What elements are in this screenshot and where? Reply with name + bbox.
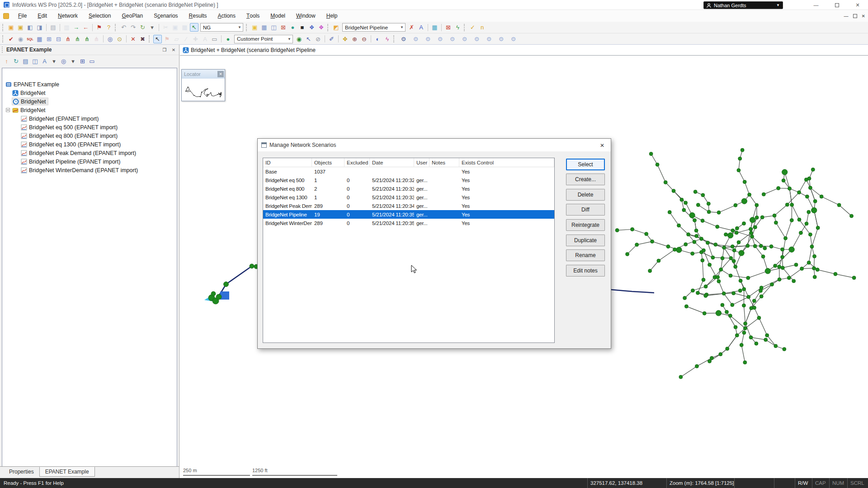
find-history-icon[interactable]: ⊙ bbox=[115, 35, 124, 43]
query-pointer-icon[interactable]: ↖ bbox=[304, 35, 313, 43]
paste-icon[interactable]: ▦ bbox=[180, 23, 189, 32]
gear-icon[interactable]: ⚙ bbox=[509, 35, 518, 43]
move-up-icon[interactable]: ↑ bbox=[2, 57, 11, 66]
scenario-row[interactable]: BridgeNet eq 800205/21/2024 11:20:33...g… bbox=[263, 184, 554, 193]
label-tool-icon[interactable]: A bbox=[201, 35, 209, 43]
scenario-list[interactable]: IDObjectsExcludedDateUserNotesExists Con… bbox=[263, 158, 555, 343]
layers-icon[interactable]: ⊞ bbox=[78, 57, 87, 66]
sort-icon[interactable]: A bbox=[40, 57, 49, 66]
theme-pink-icon[interactable]: ❖ bbox=[317, 23, 326, 32]
tree-item[interactable]: BridgeNet Pipeline (EPANET import) bbox=[2, 157, 177, 166]
scenario-row[interactable]: BridgeNet WinterDemand28905/21/2024 11:2… bbox=[263, 219, 554, 227]
select-line-icon[interactable]: ∕ bbox=[182, 35, 190, 43]
gear-icon[interactable]: ⚙ bbox=[399, 35, 408, 43]
column-header-exists-control[interactable]: Exists Control bbox=[459, 158, 554, 167]
globe-icon[interactable]: ● bbox=[288, 23, 297, 32]
select-polygon-icon[interactable]: ▱ bbox=[172, 35, 181, 43]
rename-scenario-icon[interactable]: A bbox=[417, 23, 425, 32]
copy-icon[interactable]: ▣ bbox=[171, 23, 179, 32]
rename-button[interactable]: Rename bbox=[566, 249, 605, 261]
edit-notes-button[interactable]: Edit notes bbox=[566, 265, 605, 277]
geoplan-tool-icon[interactable]: ↖ bbox=[190, 23, 198, 32]
object-type-combo[interactable]: Customer Point▼ bbox=[234, 35, 293, 43]
toolbar-grip[interactable] bbox=[149, 35, 151, 42]
gear-icon[interactable]: ⚙ bbox=[497, 35, 505, 43]
tree-item[interactable]: BridgeNet eq 500 (EPANET import) bbox=[2, 123, 177, 131]
menu-model[interactable]: Model bbox=[265, 10, 291, 22]
create-button[interactable]: Create... bbox=[566, 174, 605, 185]
locator-close-button[interactable]: ✕ bbox=[217, 71, 224, 77]
open-window-icon[interactable]: ◫ bbox=[31, 57, 39, 66]
open-master-db-icon[interactable]: ▣ bbox=[16, 23, 25, 32]
commit-icon[interactable]: ⚑ bbox=[95, 23, 104, 32]
branch-mixed-icon[interactable]: ⋔ bbox=[83, 35, 91, 43]
branch-red-icon[interactable]: ⋔ bbox=[64, 35, 72, 43]
overview-map-icon[interactable]: ◐ bbox=[373, 35, 382, 43]
menu-help[interactable]: Help bbox=[321, 10, 343, 22]
menu-geoplan[interactable]: GeoPlan bbox=[116, 10, 148, 22]
tree-item[interactable]: BridgeNet (EPANET import) bbox=[2, 114, 177, 123]
column-header-notes[interactable]: Notes bbox=[429, 158, 459, 167]
validate-network-icon[interactable]: ✔ bbox=[7, 35, 15, 43]
properties-flash-icon[interactable]: ϟ bbox=[383, 35, 392, 43]
close-button[interactable]: ✕ bbox=[847, 0, 868, 10]
iterations-icon[interactable]: n bbox=[478, 23, 486, 32]
delete-flag-icon[interactable]: ✖ bbox=[138, 35, 147, 43]
validation-icon[interactable]: ✓ bbox=[468, 23, 477, 32]
document-icon[interactable] bbox=[3, 13, 9, 19]
diff-button[interactable]: Diff bbox=[566, 204, 605, 216]
reintegrate-button[interactable]: Reintegrate bbox=[566, 219, 605, 231]
mdi-close-button[interactable]: ✕ bbox=[862, 14, 865, 19]
toolbar-grip[interactable] bbox=[115, 24, 117, 31]
scenario-combo[interactable]: BridgeNet Pipeline▼ bbox=[342, 23, 406, 32]
delete-scenario-icon[interactable]: ✗ bbox=[407, 23, 416, 32]
menu-network[interactable]: Network bbox=[52, 10, 83, 22]
close-window-icon[interactable]: ⊠ bbox=[279, 23, 288, 32]
select-vertex-icon[interactable]: ✚ bbox=[191, 35, 200, 43]
dialog-title-bar[interactable]: Manage Network Scenarios ✕ bbox=[258, 139, 611, 151]
tree-collapse-toggle[interactable] bbox=[6, 108, 10, 112]
delete-selection-icon[interactable]: ✕ bbox=[129, 35, 137, 43]
zoom-out-icon[interactable]: ⊖ bbox=[360, 35, 368, 43]
flag-tool-icon[interactable]: ⚑ bbox=[163, 35, 171, 43]
import-icon[interactable]: ← bbox=[81, 23, 90, 32]
refresh-caret-icon[interactable]: ▾ bbox=[148, 23, 156, 32]
gear-icon[interactable]: ⚙ bbox=[424, 35, 432, 43]
pointer-tool-icon[interactable]: ↖ bbox=[153, 35, 162, 43]
grid-view-icon[interactable]: ▦ bbox=[35, 35, 44, 43]
branch-green-icon[interactable]: ⋔ bbox=[73, 35, 82, 43]
panel-grip[interactable] bbox=[2, 47, 4, 53]
find-icon[interactable]: ◎ bbox=[106, 35, 114, 43]
cut-icon[interactable]: ✂ bbox=[161, 23, 170, 32]
restore-button[interactable] bbox=[826, 0, 847, 10]
find-db-icon[interactable]: ◎ bbox=[59, 57, 68, 66]
pan-icon[interactable]: ✥ bbox=[341, 35, 349, 43]
user-account-dropdown[interactable]: Nathan Gerdts ▼ bbox=[703, 1, 783, 9]
minimize-button[interactable]: — bbox=[806, 0, 826, 10]
menu-results[interactable]: Results bbox=[184, 10, 212, 22]
panel-close-button[interactable]: ✕ bbox=[170, 46, 177, 53]
export-icon[interactable]: → bbox=[72, 23, 80, 32]
scenario-manager-icon[interactable]: ◩ bbox=[332, 23, 340, 32]
print-icon[interactable]: ▤ bbox=[49, 23, 57, 32]
menu-scenarios[interactable]: Scenarios bbox=[148, 10, 183, 22]
mdi-restore-button[interactable] bbox=[853, 14, 857, 18]
dialog-close-button[interactable]: ✕ bbox=[598, 141, 606, 150]
network-combo[interactable]: NG▼ bbox=[200, 23, 243, 32]
locator-window[interactable]: Locator ✕ bbox=[181, 69, 225, 101]
ruler-icon[interactable]: ▭ bbox=[210, 35, 219, 43]
scenario-row[interactable]: BridgeNet eq 1300105/21/2024 11:20:33...… bbox=[263, 193, 554, 202]
undo-icon[interactable]: ↶ bbox=[119, 23, 128, 32]
unassign-pointer-icon[interactable]: ⊘ bbox=[314, 35, 322, 43]
panel-float-button[interactable]: ❒ bbox=[161, 46, 168, 53]
menu-edit[interactable]: Edit bbox=[32, 10, 52, 22]
delete-button[interactable]: Delete bbox=[566, 189, 605, 201]
theme-blue-icon[interactable]: ❖ bbox=[307, 23, 316, 32]
save-icon[interactable]: ▥ bbox=[62, 23, 71, 32]
redo-icon[interactable]: ↷ bbox=[129, 23, 137, 32]
copy-window-icon[interactable]: ◫ bbox=[269, 23, 278, 32]
add-customer-icon[interactable]: ◉ bbox=[295, 35, 303, 43]
gear-icon[interactable]: ⚙ bbox=[411, 35, 420, 43]
column-header-user[interactable]: User bbox=[414, 158, 429, 167]
scenario-row[interactable]: BridgeNet Peak Demand28905/21/2024 11:20… bbox=[263, 202, 554, 210]
